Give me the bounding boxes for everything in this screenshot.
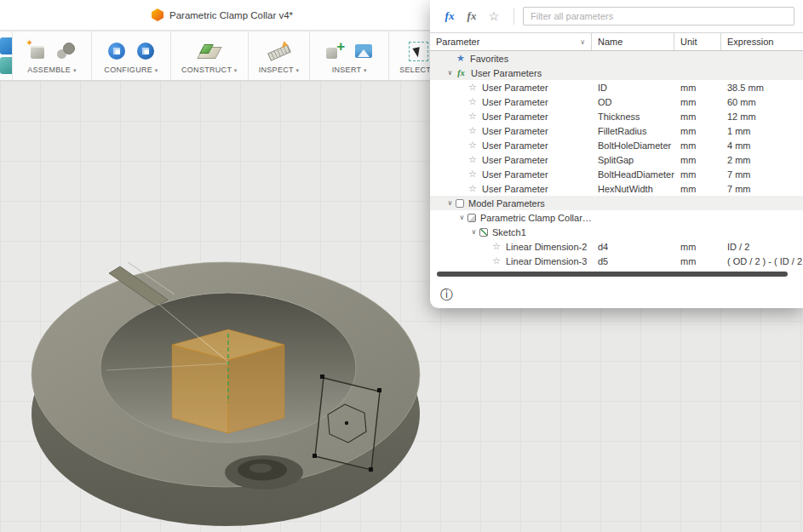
parameter-label: User Parameter — [482, 83, 548, 93]
horizontal-scrollbar[interactable] — [437, 272, 788, 277]
clipped-tool-icon[interactable] — [0, 57, 13, 74]
star-outline-icon[interactable]: ☆ — [467, 111, 478, 122]
parameter-name — [592, 210, 674, 225]
chevron-down-icon[interactable]: ∨ — [580, 38, 585, 46]
parameter-expression[interactable]: 7 mm — [721, 181, 803, 196]
parameter-expression[interactable] — [721, 66, 803, 80]
inspect-measure-icon[interactable] — [267, 40, 290, 62]
parameter-expression[interactable]: 7 mm — [721, 167, 803, 181]
parameter-expression[interactable]: 1 mm — [721, 123, 803, 138]
star-outline-icon[interactable]: ☆ — [467, 140, 478, 151]
parameter-row[interactable]: ☆User ParameterThicknessmm12 mm — [430, 109, 803, 123]
info-icon[interactable]: ⓘ — [440, 288, 453, 300]
toolbar-group-label-construct[interactable]: CONSTRUCT ▾ — [181, 66, 238, 74]
parameter-expression[interactable]: 38.5 mm — [721, 80, 803, 94]
parameter-row[interactable]: ☆Linear Dimension-2d4mmID / 2 — [430, 239, 803, 254]
horizontal-scroll-area — [430, 268, 803, 280]
parameter-unit: mm — [674, 254, 721, 268]
toolbar-group-construct: CONSTRUCT ▾ — [171, 31, 249, 80]
parameter-row[interactable]: ☆User ParameterODmm60 mm — [430, 94, 803, 109]
parameter-row[interactable]: ∨Model Parameters — [430, 196, 803, 210]
star-outline-icon[interactable]: ☆ — [467, 169, 478, 180]
toolbar-group-label-configure[interactable]: CONFIGURE ▾ — [104, 66, 158, 74]
star-outline-icon[interactable]: ☆ — [491, 241, 502, 252]
parameters-dialog: fxfx☆ Parameter∨NameUnitExpression ★Favo… — [430, 0, 803, 308]
clipped-tool-icon[interactable] — [0, 37, 13, 54]
parameter-unit: mm — [674, 80, 721, 94]
insert-canvas-icon[interactable] — [353, 40, 375, 62]
favorites-star-icon[interactable]: ☆ — [483, 6, 505, 26]
star-outline-icon[interactable]: ☆ — [467, 82, 478, 93]
expand-chevron-icon[interactable]: ∨ — [445, 199, 456, 207]
joint-icon[interactable] — [55, 40, 77, 62]
construct-plane-icon[interactable] — [198, 40, 221, 62]
new-component-icon[interactable] — [26, 40, 49, 62]
user-parameter-fx-icon[interactable]: fx — [461, 6, 483, 26]
toolbar-clipped-group[interactable] — [0, 31, 13, 80]
parameter-row[interactable]: ☆User ParameterBoltHoleDiametermm4 mm — [430, 138, 803, 152]
parameter-row[interactable]: ☆User ParameterIDmm38.5 mm — [430, 80, 803, 94]
document-tab[interactable]: Parametric Clamp Collar v4* — [152, 9, 293, 21]
parameter-name: d4 — [592, 239, 674, 254]
parameter-row[interactable]: ☆User ParameterBoltHeadDiametermm7 mm — [430, 167, 803, 181]
star-filled-icon: ★ — [456, 53, 466, 64]
chevron-down-icon: ▾ — [155, 67, 158, 73]
configure-b-icon[interactable] — [135, 40, 157, 62]
column-header-expression[interactable]: Expression — [721, 33, 803, 50]
parameter-expression[interactable]: 60 mm — [721, 94, 803, 109]
parameter-row[interactable]: ★Favorites — [430, 51, 803, 66]
toolbar-group-label-inspect[interactable]: INSPECT ▾ — [259, 66, 300, 74]
expand-chevron-icon[interactable]: ∨ — [456, 214, 467, 221]
star-outline-icon[interactable]: ☆ — [467, 96, 478, 107]
fx-icon[interactable]: fx — [439, 6, 461, 26]
parameter-row[interactable]: ☆Linear Dimension-3d5mm( OD / 2 ) - ( ID… — [430, 254, 803, 268]
parameter-expression[interactable]: 4 mm — [721, 138, 803, 152]
parameter-expression[interactable]: 2 mm — [721, 152, 803, 167]
parameter-row[interactable]: ☆User ParameterFilletRadiusmm1 mm — [430, 123, 803, 138]
configure-a-icon[interactable] — [106, 40, 128, 62]
toolbar-divider — [513, 8, 514, 25]
counterbore-hole[interactable] — [225, 455, 303, 489]
parameter-expression[interactable]: ( OD / 2 ) - ( ID / 2 ) — [721, 254, 803, 268]
parameter-label: User Parameter — [482, 140, 548, 151]
selected-sketch-profile[interactable] — [315, 378, 380, 470]
parameter-expression[interactable]: ID / 2 — [721, 239, 803, 254]
star-outline-icon[interactable]: ☆ — [467, 125, 478, 136]
star-outline-icon[interactable]: ☆ — [467, 154, 478, 165]
parameter-row[interactable]: ∨fxUser Parameters — [430, 66, 803, 80]
parameter-name — [592, 51, 674, 66]
select-cursor-icon[interactable] — [407, 40, 429, 62]
column-header-unit[interactable]: Unit — [674, 33, 721, 50]
insert-derive-icon[interactable] — [324, 40, 346, 62]
expand-chevron-icon[interactable]: ∨ — [468, 228, 479, 236]
expand-chevron-icon[interactable]: ∨ — [445, 69, 456, 77]
parameter-row[interactable]: ∨Sketch1 — [430, 225, 803, 239]
parameter-unit — [674, 51, 721, 66]
parameter-unit: mm — [674, 152, 721, 167]
parameter-name: BoltHeadDiameter — [592, 167, 674, 181]
filter-parameters-input[interactable] — [523, 7, 794, 26]
model-icon — [456, 199, 464, 208]
parameter-row[interactable]: ☆User ParameterHexNutWidthmm7 mm — [430, 181, 803, 196]
parameter-label: Favorites — [470, 54, 508, 64]
star-outline-icon[interactable]: ☆ — [491, 255, 502, 266]
parameter-name: d5 — [592, 254, 674, 268]
parameter-expression[interactable] — [721, 210, 803, 225]
parameter-label: Linear Dimension-3 — [506, 256, 587, 266]
parameter-row[interactable]: ☆User ParameterSplitGapmm2 mm — [430, 152, 803, 167]
star-outline-icon[interactable]: ☆ — [467, 183, 478, 194]
toolbar-group-label-insert[interactable]: INSERT ▾ — [332, 66, 367, 74]
chevron-down-icon: ▾ — [364, 67, 367, 73]
parameter-expression[interactable] — [721, 51, 803, 66]
parameter-expression[interactable] — [721, 196, 803, 210]
document-title: Parametric Clamp Collar v4* — [169, 10, 293, 20]
toolbar-group-label-assemble[interactable]: ASSEMBLE ▾ — [27, 66, 77, 74]
parameter-label: User Parameter — [482, 169, 548, 180]
parameter-unit: mm — [674, 167, 721, 181]
parameter-expression[interactable]: 12 mm — [721, 109, 803, 123]
parameter-expression[interactable] — [721, 225, 803, 239]
parameter-row[interactable]: ∨Parametric Clamp Collar v4 — [430, 210, 803, 225]
column-header-name[interactable]: Name — [592, 33, 674, 50]
column-header-parameter[interactable]: Parameter∨ — [430, 33, 592, 50]
parameter-unit — [674, 66, 721, 80]
